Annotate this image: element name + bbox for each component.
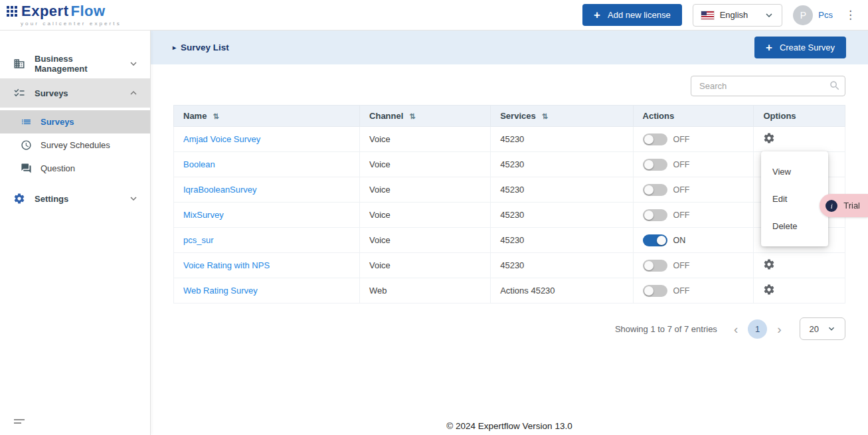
actions-cell: OFF <box>633 127 754 152</box>
user-avatar[interactable]: P <box>793 5 813 25</box>
topbar: ExpertFlow your callcenter experts + Add… <box>0 0 868 31</box>
services-cell: 45230 <box>491 127 633 152</box>
column-header-actions: Actions <box>633 106 754 127</box>
language-label: English <box>720 10 748 20</box>
sidebar-item-surveys[interactable]: Surveys <box>0 78 150 108</box>
sort-icon[interactable]: ⇅ <box>213 112 218 120</box>
logo-text-flow: Flow <box>70 4 105 19</box>
row-toggle[interactable] <box>643 209 667 221</box>
table-header-row: Name⇅ Channel⇅ Services⇅ Actions Options <box>174 106 845 127</box>
sidebar-item-question[interactable]: Question <box>0 157 150 180</box>
pagination: Showing 1 to 7 of 7 entries ‹ 1 › 20 <box>173 317 845 340</box>
toggle-state-label: OFF <box>673 286 690 296</box>
row-toggle[interactable] <box>643 184 667 196</box>
table-row: Web Rating SurveyWebActions 45230OFF <box>174 278 845 304</box>
services-cell: 45230 <box>491 228 633 253</box>
column-header-services[interactable]: Services⇅ <box>491 106 633 127</box>
row-toggle[interactable] <box>643 234 667 246</box>
page-size-select[interactable]: 20 <box>800 317 845 340</box>
row-options-gear-icon[interactable] <box>763 132 775 144</box>
sidebar-item-survey-schedules[interactable]: Survey Schedules <box>0 133 150 157</box>
logo-text-expert: Expert <box>21 4 68 19</box>
trial-badge[interactable]: i Trial <box>820 194 868 217</box>
name-cell: Boolean <box>174 152 360 177</box>
column-header-name[interactable]: Name⇅ <box>174 106 360 127</box>
create-survey-button[interactable]: + Create Survey <box>754 37 846 58</box>
chevron-up-icon <box>128 87 139 99</box>
toggle-state-label: ON <box>673 236 686 245</box>
sidebar-item-settings[interactable]: Settings <box>0 184 150 213</box>
actions-cell: OFF <box>633 177 754 203</box>
trial-label: Trial <box>843 201 860 211</box>
services-cell: 45230 <box>491 152 633 177</box>
row-toggle[interactable] <box>643 133 667 145</box>
building-icon <box>13 58 25 70</box>
sidebar-item-business-management[interactable]: Business Management <box>0 49 150 78</box>
survey-table: Name⇅ Channel⇅ Services⇅ Actions Options… <box>173 105 845 304</box>
channel-cell: Voice <box>360 152 491 177</box>
prev-page-icon[interactable]: ‹ <box>729 323 742 335</box>
row-options-gear-icon[interactable] <box>763 284 775 296</box>
sidebar-subitem-label: Surveys <box>41 117 74 127</box>
survey-name-link[interactable]: Boolean <box>183 159 215 169</box>
survey-name-link[interactable]: Voice Rating with NPS <box>183 260 270 270</box>
survey-table-wrap: Name⇅ Channel⇅ Services⇅ Actions Options… <box>173 105 845 304</box>
copyright-footer: © 2024 Expertflow Version 13.0 <box>151 421 868 431</box>
chevron-down-icon <box>128 193 139 205</box>
collapse-sidebar-icon[interactable] <box>13 417 27 428</box>
search-icon <box>829 80 841 94</box>
app-logo[interactable]: ExpertFlow your callcenter experts <box>7 4 122 27</box>
column-header-channel[interactable]: Channel⇅ <box>360 106 491 127</box>
row-options-gear-icon[interactable] <box>763 258 775 270</box>
logo-grid-icon <box>7 6 17 17</box>
channel-cell: Voice <box>360 228 491 253</box>
survey-name-link[interactable]: MixSurvey <box>183 210 224 220</box>
row-toggle[interactable] <box>643 159 667 171</box>
next-page-icon[interactable]: › <box>772 323 786 335</box>
search-row <box>151 64 868 105</box>
column-header-options: Options <box>754 106 845 127</box>
menu-item-view[interactable]: View <box>761 158 828 185</box>
plus-icon: + <box>766 42 772 53</box>
language-select[interactable]: English <box>693 4 783 27</box>
sidebar-subitem-label: Survey Schedules <box>41 140 110 150</box>
toggle-state-label: OFF <box>673 160 690 169</box>
services-cell: 45230 <box>491 203 633 228</box>
breadcrumb[interactable]: ▸ Survey List <box>173 43 229 52</box>
info-icon: i <box>825 200 837 212</box>
chevron-down-icon <box>826 323 837 334</box>
current-page[interactable]: 1 <box>748 319 767 339</box>
sort-icon[interactable]: ⇅ <box>542 112 548 120</box>
services-cell: Actions 45230 <box>491 278 633 304</box>
actions-cell: ON <box>633 228 754 253</box>
options-cell <box>754 253 845 278</box>
add-new-license-button[interactable]: + Add new license <box>582 4 682 26</box>
survey-name-link[interactable]: Web Rating Survey <box>183 286 258 296</box>
search-input[interactable] <box>691 76 845 96</box>
options-menu: View Edit Delete <box>761 151 828 246</box>
survey-name-link[interactable]: Amjad Voice Survey <box>183 134 260 144</box>
row-toggle[interactable] <box>643 260 667 272</box>
kebab-menu-icon[interactable]: ⋮ <box>843 8 857 22</box>
menu-item-delete[interactable]: Delete <box>761 213 828 240</box>
sidebar-item-label: Settings <box>35 194 68 204</box>
channel-cell: Voice <box>360 127 491 152</box>
sidebar-item-label: Surveys <box>35 88 68 98</box>
name-cell: Voice Rating with NPS <box>174 253 360 278</box>
channel-cell: Voice <box>360 253 491 278</box>
actions-cell: OFF <box>633 152 754 177</box>
create-survey-label: Create Survey <box>780 43 835 52</box>
user-name[interactable]: Pcs <box>818 10 833 20</box>
pagination-summary: Showing 1 to 7 of 7 entries <box>615 324 717 334</box>
row-toggle[interactable] <box>643 285 667 297</box>
sidebar-item-surveys-child[interactable]: Surveys <box>0 110 150 133</box>
menu-item-edit[interactable]: Edit <box>761 185 828 213</box>
channel-cell: Voice <box>360 203 491 228</box>
name-cell: MixSurvey <box>174 203 360 228</box>
survey-name-link[interactable]: IqraBooleanSurvey <box>183 185 257 195</box>
clock-icon <box>21 139 32 151</box>
sidebar-subitem-label: Question <box>41 163 75 173</box>
services-cell: 45230 <box>491 177 633 203</box>
sort-icon[interactable]: ⇅ <box>409 112 415 120</box>
survey-name-link[interactable]: pcs_sur <box>183 235 214 245</box>
